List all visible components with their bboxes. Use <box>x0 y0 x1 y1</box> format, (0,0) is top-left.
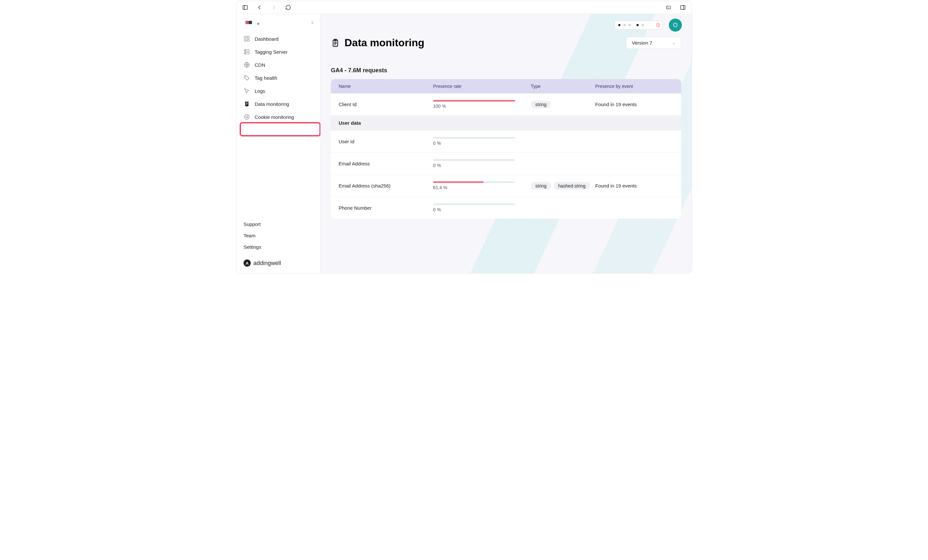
chevron-up-down-icon <box>310 19 314 26</box>
type-pill: hashed string <box>554 182 590 190</box>
nav-link-support[interactable]: Support <box>244 221 313 227</box>
brand: A addingwell <box>237 256 320 273</box>
svg-point-22 <box>247 116 248 117</box>
avatar[interactable]: O <box>669 18 682 32</box>
type-pill: string <box>531 101 551 108</box>
svg-point-14 <box>245 76 246 77</box>
active-highlight <box>240 122 321 136</box>
svg-point-24 <box>247 117 248 118</box>
table-row[interactable]: Phone Number0 % <box>331 197 681 219</box>
workspace-switcher[interactable] <box>237 14 320 32</box>
cell-presence-rate: 0 % <box>433 159 531 168</box>
back-icon[interactable] <box>256 5 263 11</box>
sidebar-item-tag-health[interactable]: Tag health <box>240 71 317 84</box>
tag-icon <box>244 75 250 81</box>
panel-icon[interactable] <box>242 5 248 11</box>
cell-presence-rate: 100 % <box>433 100 531 109</box>
sidebar-item-label: Data monitoring <box>255 101 289 107</box>
sidebar-item-dashboard[interactable]: Dashboard <box>240 32 317 45</box>
table-header: Name Presence rate Type Presence by even… <box>331 79 681 93</box>
zoom-icon[interactable] <box>665 5 672 11</box>
sidebar-item-cdn[interactable]: CDN <box>240 58 317 71</box>
workspace-dot <box>257 23 259 25</box>
nav-link-settings[interactable]: Settings <box>244 244 313 250</box>
workspace-logo <box>246 21 252 24</box>
main: ✕ O Data monitoring Version 7 <box>321 14 691 273</box>
table-group-row: User data <box>331 115 681 130</box>
svg-point-21 <box>246 116 246 117</box>
primary-nav: Dashboard Tagging Server CDN <box>237 32 320 124</box>
server-dot-icon <box>624 24 626 26</box>
sidebar-item-cookie-monitoring[interactable]: Cookie monitoring <box>240 110 317 124</box>
cell-presence-rate: 0 % <box>433 137 531 146</box>
svg-rect-2 <box>667 6 670 9</box>
forward-icon[interactable] <box>271 5 277 11</box>
browser-toolbar <box>237 1 691 14</box>
sidebar-item-data-monitoring[interactable]: Data monitoring <box>240 97 317 110</box>
col-name: Name <box>339 84 433 89</box>
avatar-initial: O <box>673 22 678 29</box>
svg-point-23 <box>246 117 247 118</box>
sidebar-item-label: Cookie monitoring <box>255 114 294 120</box>
target-icon: ✕ <box>656 23 660 27</box>
secondary-nav: Support Team Settings <box>237 221 320 256</box>
server-dot-icon <box>618 24 620 26</box>
sidebar-item-logs[interactable]: Logs <box>240 84 317 97</box>
sidebar-item-label: CDN <box>255 62 266 68</box>
page-header: Data monitoring Version 7 <box>331 37 681 49</box>
svg-rect-6 <box>247 37 249 38</box>
svg-rect-17 <box>246 103 248 103</box>
cursor-icon <box>244 88 250 94</box>
version-select[interactable]: Version 7 <box>626 37 681 49</box>
server-icon <box>244 49 250 55</box>
cell-name: Client Id <box>339 102 433 107</box>
cell-type: string <box>531 101 595 108</box>
table-row[interactable]: Client Id100 %stringFound in 19 events <box>331 93 681 115</box>
cell-presence-rate: 0 % <box>433 203 531 212</box>
clipboard-icon <box>244 101 250 107</box>
svg-point-20 <box>244 114 249 119</box>
sidebar: Dashboard Tagging Server CDN <box>237 14 321 273</box>
clipboard-icon <box>331 38 340 47</box>
chevron-down-icon <box>672 41 676 45</box>
table-row[interactable]: Email Address0 % <box>331 153 681 174</box>
type-pill: string <box>531 182 551 190</box>
col-presence-by-event: Presence by event <box>595 84 673 89</box>
sidebar-item-tagging-server[interactable]: Tagging Server <box>240 45 317 58</box>
brand-logo-icon: A <box>244 259 251 267</box>
data-table: Name Presence rate Type Presence by even… <box>331 79 681 219</box>
reload-icon[interactable] <box>285 5 291 11</box>
sidebar-item-label: Tagging Server <box>255 49 287 55</box>
cell-presence-rate: 61.4 % <box>433 182 531 190</box>
panels-icon[interactable] <box>680 5 686 11</box>
svg-rect-0 <box>243 6 247 9</box>
page-title: Data monitoring <box>345 37 424 49</box>
server-dot-icon <box>629 24 631 26</box>
table-row[interactable]: Email Address (sha256)61.4 %stringhashed… <box>331 174 681 197</box>
sidebar-item-label: Logs <box>255 88 266 94</box>
globe-icon <box>244 61 250 68</box>
svg-rect-5 <box>244 37 246 38</box>
table-row[interactable]: User Id0 % <box>331 130 681 153</box>
cell-name: Email Address <box>339 161 433 166</box>
cell-name: Phone Number <box>339 205 433 211</box>
svg-rect-18 <box>246 104 248 104</box>
cell-type: stringhashed string <box>531 182 595 190</box>
col-type: Type <box>531 84 595 89</box>
svg-rect-7 <box>244 40 246 41</box>
nav-link-team[interactable]: Team <box>244 233 313 238</box>
dashboard-icon <box>244 35 250 42</box>
svg-point-12 <box>245 53 246 53</box>
sidebar-item-label: Dashboard <box>255 36 278 42</box>
version-label: Version 7 <box>632 40 652 46</box>
sidebar-item-label: Tag health <box>255 75 277 81</box>
brand-name: addingwell <box>253 260 281 267</box>
server-pill[interactable]: ✕ <box>615 20 663 30</box>
col-presence-rate: Presence rate <box>433 84 531 89</box>
svg-rect-3 <box>681 6 685 9</box>
section-title: GA4 - 7.6M requests <box>331 67 681 74</box>
cell-events: Found in 19 events <box>595 102 673 107</box>
cell-name: Email Address (sha256) <box>339 183 433 189</box>
cell-name: User Id <box>339 139 433 144</box>
cookie-icon <box>244 114 250 120</box>
